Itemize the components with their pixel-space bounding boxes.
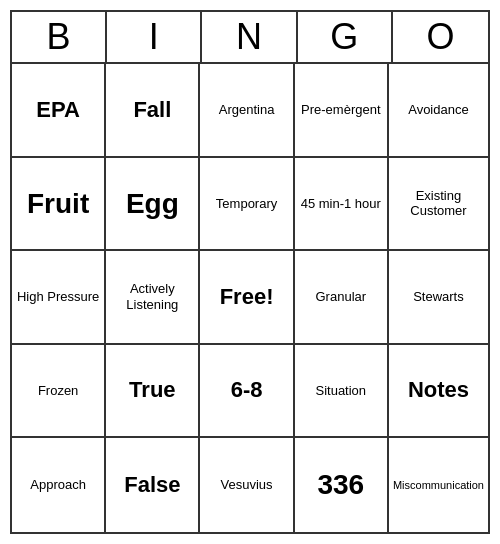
cell-r2-c1: Actively Listening [106,251,200,345]
cell-r3-c3: Situation [295,345,389,439]
cell-r1-c1: Egg [106,158,200,252]
cell-r0-c0: EPA [12,64,106,158]
cell-text-r3-c1: True [129,377,175,403]
header-letter-g: G [298,12,393,62]
cell-r3-c1: True [106,345,200,439]
cell-r2-c0: High Pressure [12,251,106,345]
cell-r1-c2: Temporary [200,158,294,252]
bingo-grid: EPAFallArgentinaPre-emèrgentAvoidanceFru… [12,64,488,532]
cell-text-r1-c1: Egg [126,187,179,221]
cell-r4-c2: Vesuvius [200,438,294,532]
cell-text-r3-c0: Frozen [38,383,78,399]
header-letter-o: O [393,12,488,62]
header-letter-n: N [202,12,297,62]
cell-r4-c0: Approach [12,438,106,532]
cell-text-r4-c1: False [124,472,180,498]
cell-text-r2-c4: Stewarts [413,289,464,305]
cell-text-r4-c0: Approach [30,477,86,493]
cell-r1-c4: Existing Customer [389,158,488,252]
cell-text-r0-c3: Pre-emèrgent [301,102,380,118]
cell-text-r1-c0: Fruit [27,187,89,221]
cell-text-r1-c3: 45 min-1 hour [301,196,381,212]
cell-r3-c4: Notes [389,345,488,439]
cell-text-r0-c1: Fall [133,97,171,123]
cell-r4-c4: Miscommunication [389,438,488,532]
header-letter-i: I [107,12,202,62]
cell-text-r0-c0: EPA [36,97,80,123]
cell-r3-c2: 6-8 [200,345,294,439]
cell-text-r0-c2: Argentina [219,102,275,118]
cell-text-r2-c1: Actively Listening [110,281,194,312]
cell-text-r2-c0: High Pressure [17,289,99,305]
cell-text-r3-c3: Situation [315,383,366,399]
cell-text-r4-c2: Vesuvius [221,477,273,493]
cell-r2-c2: Free! [200,251,294,345]
cell-r2-c4: Stewarts [389,251,488,345]
cell-r4-c3: 336 [295,438,389,532]
cell-text-r1-c2: Temporary [216,196,277,212]
cell-r2-c3: Granular [295,251,389,345]
cell-r0-c2: Argentina [200,64,294,158]
cell-r1-c0: Fruit [12,158,106,252]
cell-r0-c3: Pre-emèrgent [295,64,389,158]
cell-text-r2-c3: Granular [316,289,367,305]
cell-text-r3-c4: Notes [408,377,469,403]
cell-text-r0-c4: Avoidance [408,102,468,118]
cell-text-r4-c3: 336 [317,468,364,502]
bingo-card: BINGO EPAFallArgentinaPre-emèrgentAvoida… [10,10,490,534]
cell-r0-c1: Fall [106,64,200,158]
bingo-header: BINGO [12,12,488,64]
cell-text-r3-c2: 6-8 [231,377,263,403]
cell-r1-c3: 45 min-1 hour [295,158,389,252]
cell-r4-c1: False [106,438,200,532]
cell-text-r1-c4: Existing Customer [393,188,484,219]
cell-r3-c0: Frozen [12,345,106,439]
cell-r0-c4: Avoidance [389,64,488,158]
header-letter-b: B [12,12,107,62]
cell-text-r2-c2: Free! [220,284,274,310]
cell-text-r4-c4: Miscommunication [393,479,484,492]
